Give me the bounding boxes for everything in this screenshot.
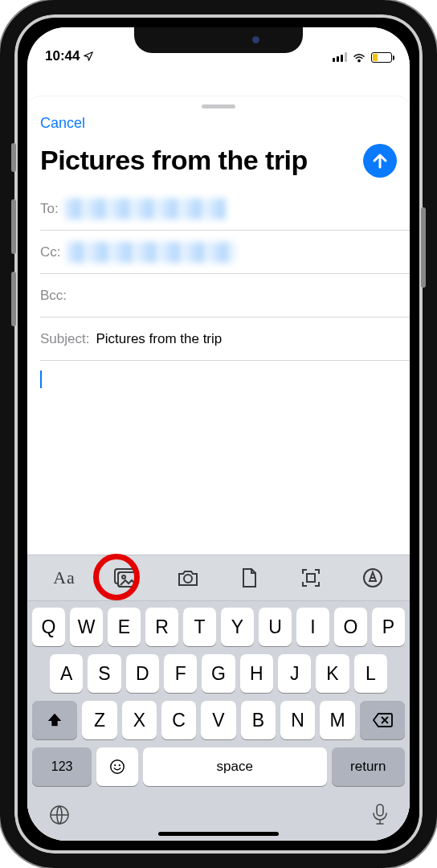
keyboard-row-2: A S D F G H J K L: [32, 654, 405, 693]
cellular-signal-icon: [333, 52, 347, 62]
to-field[interactable]: To:: [40, 187, 410, 231]
key-k[interactable]: K: [316, 654, 349, 693]
key-w[interactable]: W: [70, 608, 103, 646]
document-icon: [239, 567, 259, 589]
scan-icon: [300, 567, 322, 589]
svg-point-7: [111, 760, 125, 774]
cancel-button[interactable]: Cancel: [40, 115, 85, 131]
camera-icon: [176, 567, 200, 588]
keyboard-row-1: Q W E R T Y U I O P: [32, 608, 405, 646]
key-x[interactable]: X: [122, 701, 157, 739]
send-button[interactable]: [363, 144, 397, 178]
text-cursor: [40, 371, 42, 388]
markup-button[interactable]: [353, 567, 392, 589]
dictation-key[interactable]: [371, 803, 389, 830]
subject-value: Pictures from the trip: [96, 331, 222, 347]
key-n[interactable]: N: [280, 701, 315, 739]
emoji-key[interactable]: [96, 747, 137, 786]
keyboard-row-4: 123 space return: [32, 747, 405, 786]
numbers-key[interactable]: 123: [32, 747, 92, 786]
compose-sheet: Cancel Pictures from the trip To: Cc:: [27, 96, 410, 841]
battery-icon: [371, 52, 392, 63]
photo-library-icon: [112, 567, 140, 589]
key-l[interactable]: L: [354, 654, 387, 693]
status-time: 10:44: [45, 48, 80, 64]
device-notch: [134, 27, 303, 53]
key-i[interactable]: I: [296, 608, 329, 646]
key-p[interactable]: P: [372, 608, 405, 646]
backspace-icon: [372, 712, 393, 728]
to-label: To:: [40, 201, 59, 217]
key-v[interactable]: V: [201, 701, 235, 739]
subject-field[interactable]: Subject: Pictures from the trip: [40, 317, 410, 361]
key-g[interactable]: G: [202, 654, 235, 693]
key-y[interactable]: Y: [221, 608, 254, 646]
key-m[interactable]: M: [320, 701, 354, 739]
scan-button[interactable]: [292, 567, 330, 589]
key-c[interactable]: C: [161, 701, 196, 739]
subject-label: Subject:: [40, 331, 89, 347]
backspace-key[interactable]: [360, 701, 405, 739]
arrow-up-icon: [370, 151, 390, 170]
key-f[interactable]: F: [164, 654, 197, 693]
keyboard-toolbar: Aa: [27, 555, 410, 601]
keyboard-row-3: Z X C V B N M: [32, 701, 405, 739]
cc-value-redacted: [67, 242, 236, 263]
key-s[interactable]: S: [88, 654, 120, 693]
cc-field[interactable]: Cc:: [40, 231, 410, 274]
keyboard: Aa: [27, 555, 410, 841]
mic-icon: [371, 803, 389, 827]
key-q[interactable]: Q: [32, 608, 65, 646]
compose-title: Pictures from the trip: [40, 145, 357, 175]
key-r[interactable]: R: [145, 608, 178, 646]
camera-button[interactable]: [169, 567, 207, 588]
svg-point-4: [184, 575, 192, 583]
space-key[interactable]: space: [143, 747, 327, 786]
home-indicator[interactable]: [158, 832, 279, 836]
svg-point-8: [114, 764, 116, 766]
key-b[interactable]: B: [241, 701, 276, 739]
globe-icon: [48, 804, 71, 826]
location-arrow-icon: [83, 51, 94, 62]
globe-key[interactable]: [48, 804, 71, 829]
svg-point-9: [119, 764, 120, 766]
key-a[interactable]: A: [50, 654, 83, 693]
attach-file-button[interactable]: [230, 567, 268, 589]
to-value-redacted: [65, 199, 226, 219]
key-h[interactable]: H: [240, 654, 273, 693]
key-t[interactable]: T: [183, 608, 216, 646]
svg-rect-11: [377, 805, 383, 816]
key-e[interactable]: E: [108, 608, 141, 646]
svg-rect-5: [307, 574, 315, 582]
key-o[interactable]: O: [334, 608, 367, 646]
key-d[interactable]: D: [126, 654, 159, 693]
body-input[interactable]: [27, 361, 410, 401]
return-key[interactable]: return: [332, 747, 405, 786]
emoji-icon: [108, 758, 126, 776]
key-z[interactable]: Z: [82, 701, 116, 739]
format-text-button[interactable]: Aa: [45, 567, 84, 588]
photo-library-button[interactable]: [107, 567, 145, 589]
shift-key[interactable]: [32, 701, 77, 739]
cc-label: Cc:: [40, 244, 61, 260]
bcc-label: Bcc:: [40, 288, 67, 304]
bcc-field[interactable]: Bcc:: [40, 274, 410, 317]
markup-icon: [361, 567, 384, 589]
shift-icon: [46, 711, 63, 729]
key-u[interactable]: U: [259, 608, 292, 646]
wifi-icon: [352, 51, 366, 63]
key-j[interactable]: J: [278, 654, 311, 693]
